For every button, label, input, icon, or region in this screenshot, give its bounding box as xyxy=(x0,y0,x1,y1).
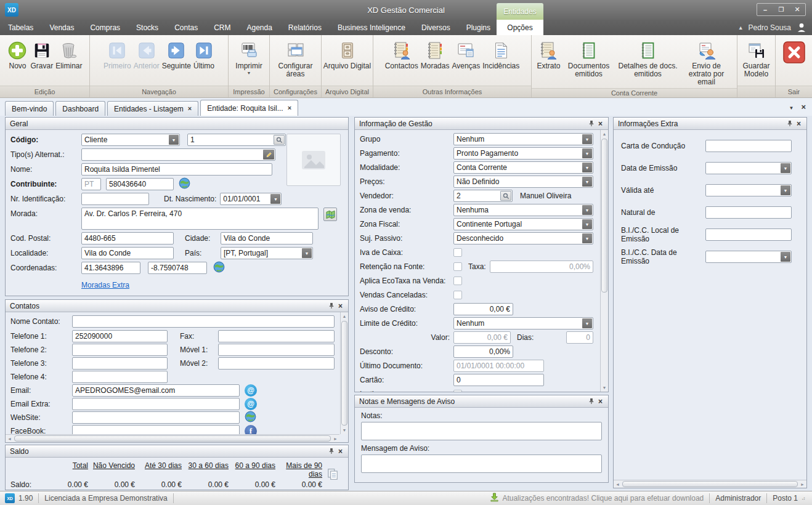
email-input[interactable]: APEDROGOMES@email.com xyxy=(72,384,240,397)
chevron-down-icon[interactable] xyxy=(169,135,179,145)
close-icon[interactable] xyxy=(188,105,192,112)
dias-input[interactable]: 0 xyxy=(566,331,593,344)
avencas-button[interactable]: Avenças xyxy=(450,38,481,72)
scroll-down-icon[interactable] xyxy=(341,426,348,434)
incidencias-button[interactable]: Incidências xyxy=(481,38,521,72)
chevron-down-icon[interactable] xyxy=(582,205,592,215)
tab-bem-vindo[interactable]: Bem-vindo xyxy=(5,101,54,116)
localidade-input[interactable]: Vila do Conde xyxy=(81,247,174,259)
email-at-icon[interactable] xyxy=(245,398,257,410)
scroll-right-icon[interactable] xyxy=(798,480,806,488)
tab-list-dropdown-icon[interactable] xyxy=(789,103,794,111)
close-tab-icon[interactable] xyxy=(801,102,806,111)
contribuinte-pais-input[interactable]: PT xyxy=(81,178,101,190)
vendedor-input[interactable]: 2 xyxy=(453,190,513,202)
telefone3-input[interactable] xyxy=(72,357,168,370)
zona-venda-dropdown[interactable]: Nenhuma xyxy=(453,204,593,216)
anterior-button[interactable]: Anterior xyxy=(132,38,161,72)
chevron-down-icon[interactable] xyxy=(582,134,592,144)
documentos-emitidos-button[interactable]: Documentos emitidos xyxy=(562,38,616,80)
imprimir-button[interactable]: Imprimir ▼ xyxy=(234,38,263,77)
update-notification[interactable]: Atualizações encontradas! Clique aqui pa… xyxy=(490,493,704,504)
taxa-input[interactable]: 0,00% xyxy=(490,261,593,273)
chevron-down-icon[interactable] xyxy=(781,185,790,195)
chevron-down-icon[interactable] xyxy=(582,148,592,158)
menu-diversos[interactable]: Diversos xyxy=(413,20,458,35)
iva-caixa-checkbox[interactable] xyxy=(453,248,462,257)
telefone4-input[interactable] xyxy=(72,371,168,383)
entity-photo-placeholder[interactable] xyxy=(286,134,341,186)
aviso-credito-input[interactable]: 0,00 € xyxy=(453,303,513,315)
eliminar-button[interactable]: Eliminar xyxy=(54,38,83,72)
vendas-canceladas-checkbox[interactable] xyxy=(453,291,462,299)
close-icon[interactable] xyxy=(596,397,605,406)
ultimo-documento-input[interactable]: 01/01/0001 00:00:00 xyxy=(453,360,544,372)
menu-stocks[interactable]: Stocks xyxy=(128,20,166,35)
search-icon[interactable] xyxy=(274,135,285,145)
scroll-right-icon[interactable] xyxy=(331,435,339,442)
scroll-up-icon[interactable] xyxy=(601,130,608,138)
pagamento-dropdown[interactable]: Pronto Pagamento xyxy=(453,147,593,160)
tipos-alternat-input[interactable] xyxy=(81,148,275,161)
longitude-input[interactable]: -8.7590748 xyxy=(148,262,207,274)
latitude-input[interactable]: 41.3643896 xyxy=(81,262,140,274)
movel2-input[interactable] xyxy=(218,357,335,370)
grupo-dropdown[interactable]: Nenhum xyxy=(453,133,593,145)
contribuinte-input[interactable]: 580436640 xyxy=(106,178,174,190)
moradas-extra-link[interactable]: Moradas Extra xyxy=(81,281,129,289)
codigo-tipo-dropdown[interactable]: Cliente xyxy=(81,134,180,146)
codigo-input[interactable]: 1 xyxy=(187,134,286,146)
nr-identificacao-input[interactable] xyxy=(81,193,149,205)
novo-button[interactable]: Novo xyxy=(6,38,29,72)
search-icon[interactable] xyxy=(500,191,511,201)
chevron-down-icon[interactable] xyxy=(582,163,592,172)
close-button[interactable] xyxy=(789,4,805,15)
notas-textarea[interactable] xyxy=(361,422,602,440)
modalidade-dropdown[interactable]: Conta Corrente xyxy=(453,161,593,174)
movel1-input[interactable] xyxy=(218,344,335,356)
scroll-up-icon[interactable] xyxy=(341,312,348,320)
bicc-local-emissao-input[interactable] xyxy=(705,228,792,241)
extrato-button[interactable]: Extrato xyxy=(535,38,561,72)
map-icon[interactable] xyxy=(323,208,337,221)
nome-input[interactable]: Roquita Isilda Pimentel xyxy=(81,163,272,176)
pin-icon[interactable] xyxy=(327,301,336,310)
carta-conducao-input[interactable] xyxy=(705,140,792,152)
scroll-left-icon[interactable] xyxy=(614,480,622,488)
limite-credito-dropdown[interactable]: Nenhum xyxy=(453,317,593,329)
contatos-horizontal-scrollbar[interactable] xyxy=(6,434,339,442)
ribbon-tab-opcoes[interactable]: Opções xyxy=(497,20,543,35)
gravar-button[interactable]: Gravar xyxy=(29,38,54,72)
tab-entidade-roquita[interactable]: Entidade: Roquita Isil... xyxy=(200,100,298,116)
dt-nascimento-dropdown[interactable]: 01/01/0001 xyxy=(220,193,282,205)
globe-icon[interactable] xyxy=(245,411,256,424)
pin-icon[interactable] xyxy=(587,397,596,406)
minimize-button[interactable] xyxy=(757,4,773,15)
menu-vendas[interactable]: Vendas xyxy=(41,20,82,35)
cartao-input[interactable]: 0 xyxy=(453,374,544,386)
configurar-areas-button[interactable]: Configurar áreas xyxy=(270,38,321,80)
scroll-down-icon[interactable] xyxy=(601,384,608,392)
resize-grip[interactable] xyxy=(802,495,810,504)
maximize-button[interactable] xyxy=(773,4,789,15)
globe-icon[interactable] xyxy=(213,261,225,275)
extra-horizontal-scrollbar[interactable] xyxy=(614,480,806,488)
scroll-left-icon[interactable] xyxy=(6,435,14,442)
user-icon[interactable] xyxy=(796,22,807,33)
pin-icon[interactable] xyxy=(587,119,596,128)
ecotaxa-checkbox[interactable] xyxy=(453,277,462,285)
precos-dropdown[interactable]: Não Definido xyxy=(453,176,593,188)
menu-compras[interactable]: Compras xyxy=(82,20,128,35)
valor-input[interactable]: 0,00 € xyxy=(453,331,511,344)
close-icon[interactable] xyxy=(336,446,345,456)
contatos-vertical-scrollbar[interactable] xyxy=(340,312,348,434)
inativo-checkbox[interactable] xyxy=(453,390,462,392)
contactos-button[interactable]: Contactos xyxy=(384,38,420,72)
cod-postal-input[interactable]: 4480-665 xyxy=(81,232,174,244)
chevron-down-icon[interactable] xyxy=(302,248,312,258)
menu-contas[interactable]: Contas xyxy=(166,20,206,35)
menu-tabelas[interactable]: Tabelas xyxy=(0,20,41,35)
context-tab-entidades[interactable]: Entidades xyxy=(497,3,543,20)
gestao-vertical-scrollbar[interactable] xyxy=(600,130,608,392)
tab-dashboard[interactable]: Dashboard xyxy=(55,101,105,116)
